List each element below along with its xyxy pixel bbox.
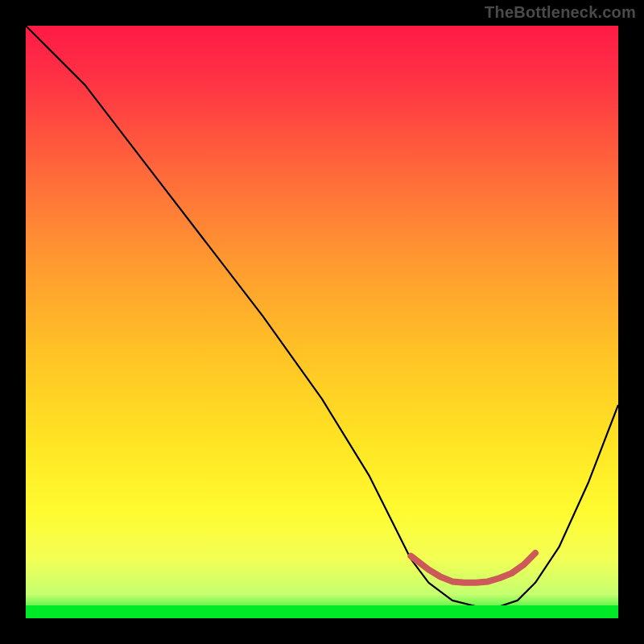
plot-background [26,26,618,618]
plot-area [26,26,618,618]
green-baseline [26,605,618,618]
watermark-label: TheBottleneck.com [485,3,636,22]
chart-frame: TheBottleneck.com [0,0,644,644]
chart-svg [26,26,618,618]
